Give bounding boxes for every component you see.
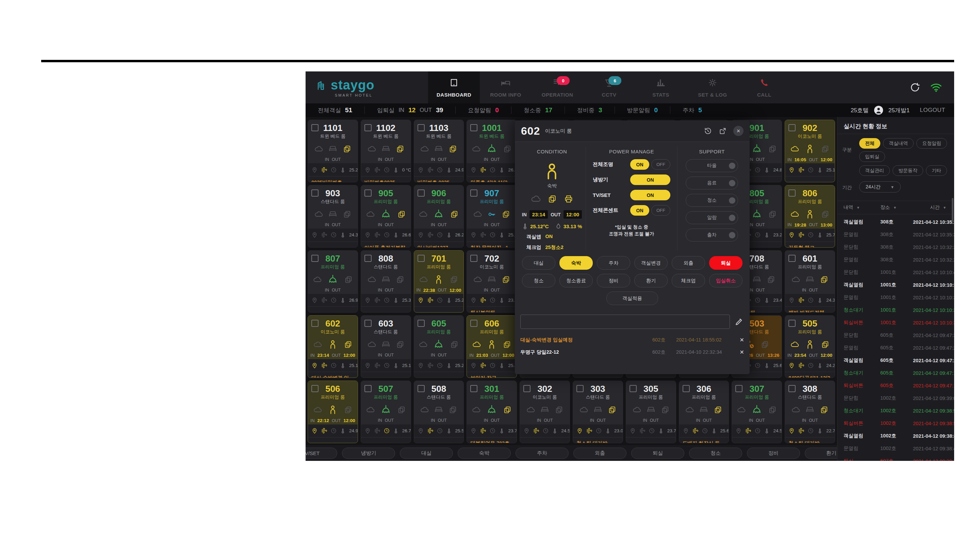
room-card-701[interactable]: 701프리미엄 룸IN22:38OUT12:0025.21 °C xyxy=(414,250,464,313)
support-toggle-청소[interactable]: 청소 xyxy=(686,194,738,207)
room-checkbox[interactable] xyxy=(311,189,318,197)
copy-icon[interactable] xyxy=(547,194,557,204)
refresh-icon[interactable] xyxy=(909,82,921,93)
room-checkbox[interactable] xyxy=(417,385,425,392)
nav-tab-cctv[interactable]: CCTV6 xyxy=(583,71,635,103)
room-checkbox[interactable] xyxy=(470,385,477,392)
nav-tab-operation[interactable]: OPERATION0 xyxy=(531,71,583,103)
sidebar-filter-객실내역[interactable]: 객실내역 xyxy=(883,138,914,149)
sidebar-filter-입퇴실[interactable]: 입퇴실 xyxy=(859,151,885,162)
bulk-button[interactable]: 숙박 xyxy=(458,448,511,459)
room-checkbox[interactable] xyxy=(788,189,795,197)
room-card-602[interactable]: 602이코노미 룸IN23:14OUT12:0025.12 °C대실-숙박변경 … xyxy=(308,315,358,378)
sidebar-filter-기타[interactable]: 기타 xyxy=(926,165,947,176)
logout-button[interactable]: LOGOUT xyxy=(920,107,945,114)
power-on-button[interactable]: ON xyxy=(630,205,649,216)
edit-icon[interactable] xyxy=(734,317,744,327)
alert-close-icon[interactable]: ✕ xyxy=(734,337,744,343)
bulk-button[interactable]: TV/SET xyxy=(305,448,337,459)
room-checkbox[interactable] xyxy=(630,385,637,392)
sidebar-filter-방문동작[interactable]: 방문동작 xyxy=(892,165,923,176)
alert-close-icon[interactable]: ✕ xyxy=(734,349,744,356)
close-icon[interactable]: × xyxy=(733,126,743,136)
nav-tab-room-info[interactable]: ROOM INFO xyxy=(480,71,531,103)
power-on-button[interactable]: ON xyxy=(630,159,649,170)
modal-button-숙박[interactable]: 숙박 xyxy=(559,256,593,270)
room-checkbox[interactable] xyxy=(311,320,318,327)
room-card-1102[interactable]: 1102트윈 베드 룸INOUT0 °C비밀번호0025 xyxy=(361,120,411,182)
room-checkbox[interactable] xyxy=(470,124,477,131)
room-card-601[interactable]: 601프리미엄 룸INOUT24.38 °C백반 반정도전체... xyxy=(785,250,835,313)
room-card-1001[interactable]: 1001트윈 베드 룸INOUT26.71 °C민준호 4/10-11(2.. xyxy=(466,120,517,182)
room-card-506[interactable]: 506프리미엄 룸IN22:12OUT12:0024.97 °C xyxy=(308,381,358,443)
sidebar-filter-객실관리[interactable]: 객실관리 xyxy=(859,165,890,176)
nav-tab-dashboard[interactable]: DASHBOARD xyxy=(428,71,480,103)
room-card-906[interactable]: 906프리미엄 룸INOUT26.27 °C임시비번1337 xyxy=(414,185,464,248)
power-on-button[interactable]: ON xyxy=(630,175,670,185)
room-card-807[interactable]: 807프리미엄 룸INOUT26.97 °C xyxy=(308,250,358,313)
bulk-button[interactable]: 퇴실 xyxy=(631,448,684,459)
bulk-button[interactable]: 청소 xyxy=(689,448,742,459)
support-toggle-알람[interactable]: 알람 xyxy=(686,211,738,224)
room-card-1103[interactable]: 1103트윈 베드 룸INOUT24.97 °C비밀번호 0025 xyxy=(414,120,464,182)
room-card-507[interactable]: 507프리미엄 룸INOUT26.79 °C xyxy=(361,381,411,443)
checkin-time[interactable]: 23:14 xyxy=(530,210,548,219)
nav-tab-stats[interactable]: STATS xyxy=(635,71,687,103)
sidebar-filter-전체[interactable]: 전체 xyxy=(859,138,880,149)
room-checkbox[interactable] xyxy=(523,385,530,392)
brand-logo[interactable]: staygo SMART HOTEL xyxy=(305,71,428,103)
modal-button-환기[interactable]: 환기 xyxy=(634,274,668,287)
modal-button-청소[interactable]: 청소 xyxy=(522,274,555,287)
room-card-606[interactable]: 606프리미엄 룸IN21:03OUT12:0025.41 °C보일러 잠금 xyxy=(466,315,517,378)
room-checkbox[interactable] xyxy=(682,385,690,392)
room-card-303[interactable]: 303스탠다드 룸INOUT23.07 °C청소팀 대기방 xyxy=(573,381,623,443)
room-checkbox[interactable] xyxy=(364,320,372,327)
room-checkbox[interactable] xyxy=(311,385,318,392)
room-card-702[interactable]: 702이코노미 룸INOUT23.21 °C퇴실불안됨 xyxy=(466,250,517,313)
room-card-902[interactable]: 902이코노미 룸IN16:05OUT12:0025.13 °C xyxy=(785,120,835,182)
room-checkbox[interactable] xyxy=(364,124,372,131)
room-card-806[interactable]: 806프리미엄 룸IN19:28OUT13:0025.77 °C김동현 체크 xyxy=(785,185,835,248)
room-card-907[interactable]: 907프리미엄 룸INOUT25.76 °C천장 물떨어짐...1... xyxy=(466,185,517,248)
room-checkbox[interactable] xyxy=(417,255,425,262)
room-card-301[interactable]: 301프리미엄 룸INOUT23.78 °C태블릿없음 703호... xyxy=(466,381,517,443)
modal-button-체크업[interactable]: 체크업 xyxy=(672,274,705,287)
modal-button-정비[interactable]: 정비 xyxy=(597,274,630,287)
modal-apply-button[interactable]: 객실적용 xyxy=(606,292,658,305)
modal-button-퇴실[interactable]: 퇴실 xyxy=(709,256,743,270)
log-header-2[interactable]: 장소 ▼ xyxy=(880,205,913,211)
room-checkbox[interactable] xyxy=(311,255,318,262)
room-card-305[interactable]: 305프리미엄 룸INOUT23.76 °C xyxy=(626,381,676,443)
nav-tab-call[interactable]: CALL xyxy=(738,71,790,103)
room-card-302[interactable]: 302이코노미 룸INOUT24.57 °C xyxy=(520,381,570,443)
room-card-903[interactable]: 903스탠다드 룸INOUT24.39 °C xyxy=(308,185,358,248)
room-checkbox[interactable] xyxy=(417,320,425,327)
bulk-button[interactable]: 냉방기 xyxy=(342,448,395,459)
room-checkbox[interactable] xyxy=(364,189,372,197)
support-toggle-음료[interactable]: 음료 xyxy=(686,176,738,189)
sidebar-scrollbar[interactable] xyxy=(952,198,953,222)
room-checkbox[interactable] xyxy=(364,385,372,392)
history-icon[interactable] xyxy=(703,127,712,135)
room-checkbox[interactable] xyxy=(576,385,584,392)
room-checkbox[interactable] xyxy=(311,124,318,131)
power-off-button[interactable]: OFF xyxy=(651,159,670,170)
room-card-508[interactable]: 508스탠다드 룸INOUT25.59 °C xyxy=(414,381,464,443)
room-card-308[interactable]: 308스탠다드 룸INOUT22.74 °C청소팀 대기방 xyxy=(785,381,835,443)
modal-button-주차[interactable]: 주차 xyxy=(597,256,630,270)
modal-button-외출[interactable]: 외출 xyxy=(672,256,705,270)
bulk-button[interactable]: 대실 xyxy=(400,448,453,459)
room-card-605[interactable]: 605프리미엄 룸INOUT25.29 °C xyxy=(414,315,464,378)
checkout-time[interactable]: 12:00 xyxy=(563,210,582,219)
modal-button-대실[interactable]: 대실 xyxy=(522,256,555,270)
room-card-1101[interactable]: 1101트윈 베드 룸INOUT25.25 °C0025비밀번호 xyxy=(308,120,358,182)
room-checkbox[interactable] xyxy=(788,385,795,392)
room-checkbox[interactable] xyxy=(788,255,795,262)
printer-icon[interactable] xyxy=(564,194,573,204)
log-header-3[interactable]: 시간 ▼ xyxy=(913,205,948,211)
room-checkbox[interactable] xyxy=(470,320,477,327)
log-header-1[interactable]: 내역 ▼ xyxy=(843,205,880,211)
popout-icon[interactable] xyxy=(718,127,727,135)
room-checkbox[interactable] xyxy=(788,320,795,327)
room-checkbox[interactable] xyxy=(470,255,477,262)
